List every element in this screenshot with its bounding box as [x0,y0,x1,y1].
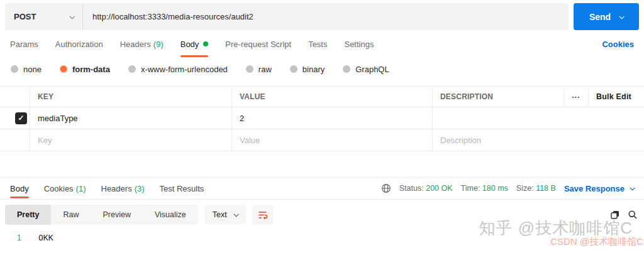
tab-headers[interactable]: Headers (9) [120,30,164,58]
tab-authorization[interactable]: Authorization [55,30,103,58]
send-label: Send [589,12,611,22]
view-visualize[interactable]: Visualize [143,205,198,225]
row-checkbox-cell: ✓ [0,107,30,129]
more-options-icon[interactable]: ••• [564,87,588,107]
value-cell-placeholder[interactable]: Value [231,129,432,151]
tab-label: Test Results [160,184,204,193]
radio-icon [343,65,350,73]
radio-x-www-form-urlencoded[interactable]: x-www-form-urlencoded [128,65,228,74]
view-raw[interactable]: Raw [51,205,91,225]
value-column-header: VALUE [231,87,432,107]
tab-label: Cookies [44,184,74,193]
globe-icon[interactable] [381,183,391,193]
description-column-header: DESCRIPTION [432,87,564,107]
line-number: 1 [0,233,21,242]
tab-tests[interactable]: Tests [308,30,327,58]
radio-label: raw [258,65,272,74]
radio-none[interactable]: none [11,65,42,74]
response-tab-body[interactable]: Body [10,178,29,199]
radio-binary[interactable]: binary [290,65,325,74]
cookies-link[interactable]: Cookies [602,40,634,49]
time-field: Time: 180 ms [461,184,508,193]
tab-label: Authorization [55,40,103,49]
tab-params[interactable]: Params [10,30,38,58]
body-active-dot-icon [203,41,208,46]
save-response-chevron-icon [630,185,635,190]
tab-settings[interactable]: Settings [344,30,374,58]
tab-label: Body [180,40,199,49]
value-cell[interactable]: 2 [231,107,432,129]
method-chevron-down-icon [69,14,74,19]
url-input[interactable]: http://localhost:3333/media-resources/au… [83,3,569,30]
format-select[interactable]: Text [204,205,246,224]
tab-body[interactable]: Body [180,30,209,58]
radio-graphql[interactable]: GraphQL [343,65,389,74]
radio-raw[interactable]: raw [246,65,272,74]
response-tab-cookies[interactable]: Cookies (1) [44,178,86,199]
radio-icon [128,65,136,73]
method-label: POST [14,12,36,21]
view-pretty[interactable]: Pretty [5,205,51,225]
response-view-actions [610,210,638,220]
response-body-editor[interactable]: 1 OKK [0,233,644,242]
send-button[interactable]: Send [574,3,639,30]
response-toolbar: Pretty Raw Preview Visualize Text [5,205,638,225]
url-text: http://localhost:3333/media-resources/au… [92,12,253,21]
table-placeholder-row: Key Value Description [0,129,644,151]
radio-form-data[interactable]: form-data [60,65,110,74]
time-value: 180 ms [482,184,508,193]
method-select[interactable]: POST [5,3,83,30]
response-body-text: OKK [38,233,53,242]
request-tabs: Params Authorization Headers (9) Body Pr… [0,30,644,58]
tab-label: Headers [101,184,132,193]
row-checkbox-cell [0,129,30,151]
response-tab-headers[interactable]: Headers (3) [101,178,145,199]
time-label: Time: [461,184,480,193]
tab-label: Params [10,40,38,49]
status-field: Status: 200 OK [399,184,453,193]
bulk-edit-button[interactable]: Bulk Edit [588,87,644,107]
format-select-value: Text [213,210,227,219]
headers-count-badge: (3) [135,184,145,193]
size-label: Size: [516,184,534,193]
radio-label: binary [303,65,325,74]
description-cell-placeholder[interactable]: Description [432,129,644,151]
response-tab-test-results[interactable]: Test Results [160,178,204,199]
select-all-cell [0,87,30,107]
save-response-label: Save Response [564,184,625,193]
radio-icon [11,65,18,73]
cookies-count-badge: (1) [76,184,86,193]
view-preview[interactable]: Preview [91,205,142,225]
wrap-text-icon [257,210,268,220]
row-checkbox[interactable]: ✓ [15,112,27,124]
description-cell[interactable] [432,107,644,129]
status-label: Status: [399,184,424,193]
tab-pre-request-script[interactable]: Pre-request Script [225,30,291,58]
table-header-row: KEY VALUE DESCRIPTION ••• Bulk Edit [0,87,644,107]
view-switcher: Pretty Raw Preview Visualize [5,205,198,225]
search-icon[interactable] [628,210,638,220]
request-bar: POST http://localhost:3333/media-resourc… [5,3,639,30]
tab-label: Pre-request Script [225,40,291,49]
radio-selected-icon [60,65,67,73]
wrap-text-button[interactable] [252,205,274,225]
radio-label: x-www-form-urlencoded [141,65,228,74]
table-row: ✓ mediaType 2 [0,107,644,129]
radio-label: form-data [72,65,110,74]
tab-label: Tests [308,40,327,49]
key-cell-placeholder[interactable]: Key [30,129,231,151]
send-chevron-down-icon [619,14,625,19]
response-meta: Status: 200 OK Time: 180 ms Size: 118 B … [381,183,634,193]
form-data-table: KEY VALUE DESCRIPTION ••• Bulk Edit ✓ me… [0,86,644,151]
tab-label: Headers [120,40,151,49]
copy-icon[interactable] [610,210,620,220]
headers-count-badge: (9) [153,40,164,49]
key-column-header: KEY [30,87,231,107]
save-response-button[interactable]: Save Response [564,184,634,193]
format-chevron-down-icon [233,212,238,217]
key-cell[interactable]: mediaType [30,107,231,129]
radio-label: GraphQL [355,65,389,74]
size-value: 118 B [536,184,556,193]
url-group: POST http://localhost:3333/media-resourc… [5,3,569,30]
size-field: Size: 118 B [516,184,556,193]
